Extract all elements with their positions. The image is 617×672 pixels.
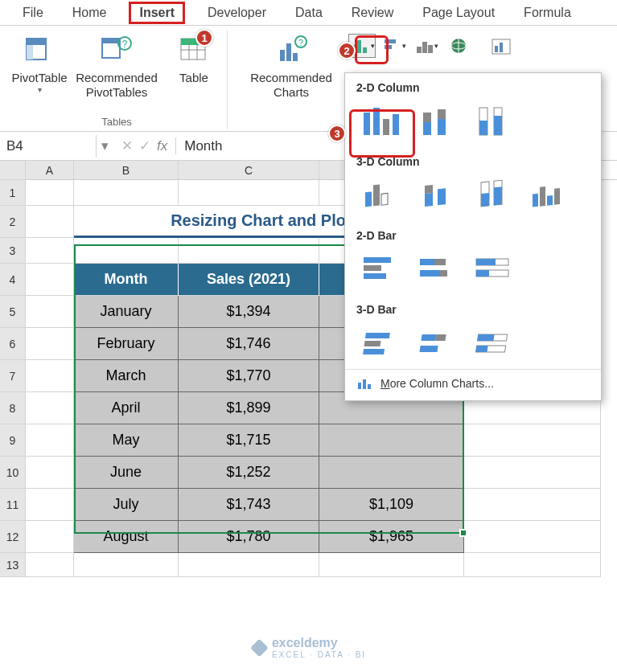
row-header-7[interactable]: 7 bbox=[0, 360, 26, 392]
tab-formula[interactable]: Formula bbox=[517, 2, 578, 23]
tab-review[interactable]: Review bbox=[345, 2, 400, 23]
svg-rect-80 bbox=[368, 384, 371, 389]
tab-developer[interactable]: Developer bbox=[201, 2, 273, 23]
3d-clustered-column-item[interactable] bbox=[356, 176, 405, 213]
cell[interactable] bbox=[26, 553, 74, 577]
tab-data[interactable]: Data bbox=[289, 2, 329, 23]
cell[interactable] bbox=[26, 457, 74, 489]
insert-map-chart-button[interactable] bbox=[445, 34, 472, 58]
cell[interactable] bbox=[74, 553, 179, 577]
col-header-c[interactable]: C bbox=[179, 161, 319, 179]
tab-insert[interactable]: Insert bbox=[129, 2, 185, 24]
3d-100-stacked-bar-item[interactable] bbox=[469, 324, 517, 361]
cell[interactable] bbox=[26, 328, 74, 360]
3d-clustered-bar-item[interactable] bbox=[356, 324, 405, 361]
svg-rect-50 bbox=[481, 193, 489, 207]
cell[interactable] bbox=[26, 360, 74, 392]
stacked-bar-item[interactable] bbox=[413, 250, 461, 287]
svg-rect-30 bbox=[500, 43, 503, 52]
cell[interactable] bbox=[26, 424, 74, 457]
row-header-1[interactable]: 1 bbox=[0, 180, 26, 206]
cell[interactable] bbox=[26, 392, 74, 424]
3d-column-item[interactable] bbox=[525, 176, 574, 213]
svg-rect-63 bbox=[439, 270, 447, 277]
cell[interactable] bbox=[74, 180, 179, 206]
row-header-9[interactable]: 9 bbox=[0, 424, 26, 457]
cell[interactable] bbox=[26, 180, 74, 206]
row-header-4[interactable]: 4 bbox=[0, 264, 26, 296]
svg-rect-60 bbox=[420, 259, 434, 265]
cell[interactable] bbox=[464, 553, 601, 577]
stacked-column-item[interactable] bbox=[413, 102, 461, 139]
cell[interactable] bbox=[179, 180, 319, 206]
row-header-6[interactable]: 6 bbox=[0, 328, 26, 360]
svg-rect-36 bbox=[423, 113, 431, 122]
svg-rect-55 bbox=[547, 195, 553, 206]
fx-controls: ✕ ✓ fx bbox=[113, 137, 176, 154]
tab-home[interactable]: Home bbox=[66, 2, 113, 23]
recommended-charts-icon: ? bbox=[275, 34, 307, 66]
3d-stacked-column-item[interactable] bbox=[413, 176, 461, 213]
recommended-charts-button[interactable]: ? Recommended Charts bbox=[239, 31, 343, 116]
tab-pagelayout[interactable]: Page Layout bbox=[416, 2, 501, 23]
row-header-12[interactable]: 12 bbox=[0, 521, 26, 553]
cell[interactable] bbox=[319, 553, 464, 577]
watermark: exceldemy EXCEL · DATA · BI bbox=[251, 636, 366, 659]
clustered-bar-item[interactable] bbox=[356, 250, 405, 287]
recommended-pivottables-icon: ? bbox=[101, 34, 133, 66]
row-header-13[interactable]: 13 bbox=[0, 553, 26, 577]
cell[interactable] bbox=[464, 521, 601, 553]
selection-fill-handle[interactable] bbox=[459, 529, 467, 537]
svg-rect-62 bbox=[420, 270, 439, 277]
svg-rect-70 bbox=[363, 349, 385, 354]
name-box-dropdown-icon[interactable]: ▾ bbox=[97, 137, 113, 154]
svg-rect-67 bbox=[476, 270, 489, 277]
svg-rect-12 bbox=[280, 50, 285, 61]
select-all-corner[interactable] bbox=[0, 161, 26, 180]
svg-rect-14 bbox=[293, 53, 298, 61]
cell[interactable] bbox=[179, 553, 319, 577]
row-header-2[interactable]: 2 bbox=[0, 206, 26, 238]
insert-pivotchart-button[interactable] bbox=[488, 34, 516, 58]
cell[interactable] bbox=[26, 238, 74, 264]
3d-100-stacked-column-item[interactable] bbox=[469, 176, 517, 213]
table-button[interactable]: Table bbox=[166, 31, 222, 116]
more-column-charts-item[interactable]: More Column Charts... bbox=[345, 369, 601, 397]
callout-1: 1 bbox=[195, 29, 213, 47]
cell[interactable] bbox=[464, 489, 601, 521]
100-stacked-column-item[interactable] bbox=[469, 102, 517, 139]
formula-input[interactable]: Month bbox=[176, 135, 230, 158]
cell[interactable] bbox=[26, 489, 74, 521]
name-box[interactable]: B4 bbox=[0, 135, 97, 158]
100-stacked-bar-item[interactable] bbox=[469, 250, 517, 287]
ribbon-group-tables: PivotTable ▾ ? Recommended PivotTables T… bbox=[6, 31, 228, 129]
enter-icon[interactable]: ✓ bbox=[139, 137, 150, 154]
recommended-charts-label: Recommended Charts bbox=[239, 71, 343, 100]
row-header-3[interactable]: 3 bbox=[0, 238, 26, 264]
cancel-icon[interactable]: ✕ bbox=[121, 137, 133, 154]
cell[interactable] bbox=[26, 264, 74, 296]
tab-file[interactable]: File bbox=[16, 2, 50, 23]
svg-rect-52 bbox=[494, 186, 502, 205]
svg-rect-61 bbox=[434, 259, 446, 265]
insert-hierarchy-chart-button[interactable]: ▾ bbox=[413, 34, 440, 58]
pivottable-button[interactable]: PivotTable ▾ bbox=[11, 31, 68, 116]
cell[interactable] bbox=[464, 424, 601, 457]
row-header-5[interactable]: 5 bbox=[0, 296, 26, 328]
cell[interactable] bbox=[464, 457, 601, 489]
3d-stacked-bar-item[interactable] bbox=[413, 324, 461, 361]
cell[interactable] bbox=[26, 521, 74, 553]
svg-rect-78 bbox=[358, 383, 361, 389]
svg-rect-72 bbox=[435, 334, 446, 341]
cell[interactable] bbox=[26, 296, 74, 328]
row-header-11[interactable]: 11 bbox=[0, 489, 26, 521]
col-header-b[interactable]: B bbox=[74, 161, 179, 179]
gallery-label-2d-bar: 2-D Bar bbox=[345, 221, 601, 247]
hierarchy-chart-icon bbox=[415, 37, 434, 55]
col-header-a[interactable]: A bbox=[26, 161, 74, 179]
row-header-10[interactable]: 10 bbox=[0, 457, 26, 489]
recommended-pivottables-button[interactable]: ? Recommended PivotTables bbox=[72, 31, 161, 116]
fx-icon[interactable]: fx bbox=[157, 138, 167, 154]
cell[interactable] bbox=[26, 206, 74, 238]
row-header-8[interactable]: 8 bbox=[0, 392, 26, 424]
